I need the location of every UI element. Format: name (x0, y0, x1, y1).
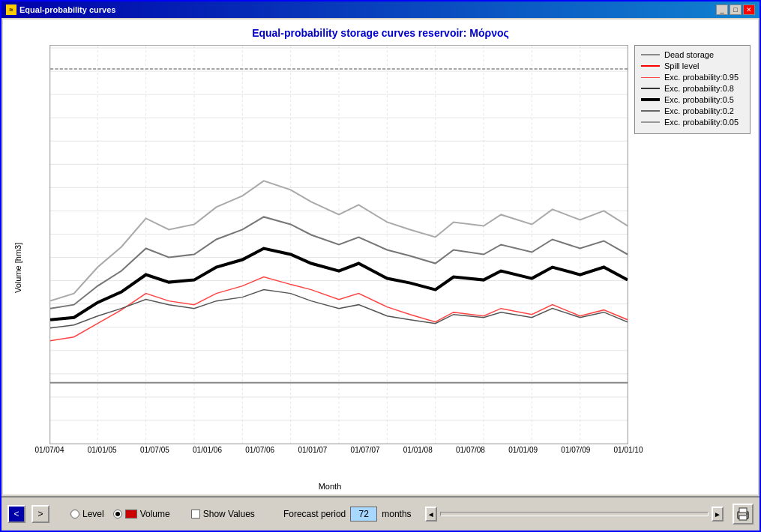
bottom-bar: < > Level Volume Show Values Forecast pe… (1, 496, 760, 531)
x-tick-label: 01/07/04 (35, 446, 64, 454)
slider-track[interactable] (440, 512, 709, 516)
legend-line-exc-02 (641, 110, 660, 112)
title-bar-left: ≈ Equal-probability curves (6, 4, 115, 15)
nav-next-button[interactable]: > (31, 505, 49, 523)
main-window: ≈ Equal-probability curves _ □ ✕ Equal-p… (0, 0, 761, 532)
x-tick-label: 01/01/10 (614, 446, 643, 454)
slider-right-button[interactable]: ► (712, 507, 724, 522)
legend-line-dead-storage (641, 54, 660, 55)
chart-with-legend: 0 50 100 150 200 250 300 350 400 450 (25, 45, 751, 491)
x-tick-label: 01/07/09 (561, 446, 590, 454)
legend-label-spill-level: Spill level (664, 61, 699, 70)
months-label: months (382, 509, 411, 519)
x-tick-label: 01/07/05 (140, 446, 169, 454)
legend-label-exc-05: Exc. probability:0.5 (664, 95, 734, 104)
nav-prev-button[interactable]: < (7, 505, 25, 523)
minimize-button[interactable]: _ (716, 4, 728, 15)
legend-item-exc-05: Exc. probability:0.5 (641, 95, 744, 104)
svg-rect-52 (739, 516, 747, 520)
svg-rect-53 (739, 508, 747, 513)
legend-line-exc-08 (641, 88, 660, 89)
x-tick-label: 01/07/07 (351, 446, 380, 454)
x-tick-label: 01/01/09 (508, 446, 538, 454)
chart-inner: 0 50 100 150 200 250 300 350 400 450 (25, 45, 751, 468)
legend-line-exc-005 (641, 121, 660, 123)
legend-line-spill-level (641, 65, 660, 67)
volume-color-swatch (125, 510, 137, 519)
radio-volume-item[interactable]: Volume (113, 509, 170, 519)
show-values-label: Show Values (203, 509, 255, 519)
title-controls: _ □ ✕ (716, 4, 755, 15)
legend-item-exc-005: Exc. probability:0.05 (641, 118, 744, 127)
x-tick-label: 01/01/06 (193, 446, 222, 454)
svg-point-54 (746, 513, 748, 515)
legend-line-exc-095 (641, 77, 660, 78)
radio-level-item[interactable]: Level (70, 509, 104, 519)
app-icon: ≈ (6, 4, 16, 15)
x-tick-label: 01/07/06 (245, 446, 274, 454)
maximize-button[interactable]: □ (730, 4, 742, 15)
show-values-section: Show Values (191, 509, 255, 519)
radio-volume-label: Volume (140, 509, 170, 519)
x-tick-label: 01/07/08 (456, 446, 485, 454)
main-content: Equal-probability storage curves reservo… (3, 19, 758, 495)
legend-label-exc-005: Exc. probability:0.05 (664, 118, 739, 127)
legend-item-exc-02: Exc. probability:0.2 (641, 106, 744, 115)
y-axis-label: Volume [hm3] (10, 45, 25, 491)
forecast-label: Forecast period (283, 509, 346, 519)
forecast-section: Forecast period months (283, 507, 412, 522)
legend-label-dead-storage: Dead storage (664, 50, 714, 59)
legend-item-spill-level: Spill level (641, 61, 744, 70)
legend-item-dead-storage: Dead storage (641, 50, 744, 59)
legend-label-exc-095: Exc. probability:0.95 (664, 73, 739, 82)
x-axis-title: Month (3, 482, 751, 491)
printer-icon (736, 507, 751, 522)
chart-title: Equal-probability storage curves reservo… (10, 27, 751, 39)
chart-svg: 0 50 100 150 200 250 300 350 400 450 (50, 46, 628, 444)
legend-label-exc-02: Exc. probability:0.2 (664, 106, 734, 115)
x-tick-label: 01/01/05 (88, 446, 117, 454)
chart-plot-area: 0 50 100 150 200 250 300 350 400 450 (49, 45, 628, 444)
x-tick-label: 01/01/08 (403, 446, 433, 454)
title-bar: ≈ Equal-probability curves _ □ ✕ (1, 1, 760, 18)
close-button[interactable]: ✕ (743, 4, 755, 15)
radio-level-label: Level (82, 509, 104, 519)
slider-left-button[interactable]: ◄ (425, 507, 437, 522)
radio-group: Level Volume (70, 509, 170, 519)
print-button[interactable] (733, 504, 754, 525)
legend-item-exc-095: Exc. probability:0.95 (641, 73, 744, 82)
window-title: Equal-probability curves (19, 5, 115, 14)
x-tick-label: 01/01/07 (298, 446, 327, 454)
chart-legend: Dead storage Spill level Exc. probabilit… (634, 45, 751, 134)
radio-level-circle[interactable] (70, 510, 79, 519)
legend-line-exc-05 (641, 98, 660, 101)
x-axis-labels: 01/07/0401/01/0501/07/0501/01/0601/07/06… (49, 446, 628, 468)
show-values-checkbox[interactable] (191, 510, 200, 519)
legend-label-exc-08: Exc. probability:0.8 (664, 84, 734, 93)
radio-volume-circle[interactable] (113, 510, 122, 519)
chart-container: Volume [hm3] (10, 45, 751, 491)
forecast-input[interactable] (350, 507, 377, 522)
legend-item-exc-08: Exc. probability:0.8 (641, 84, 744, 93)
chart-area: Equal-probability storage curves reservo… (3, 19, 758, 495)
y-labels-col (25, 45, 49, 468)
slider-area: ◄ ► (425, 507, 724, 522)
